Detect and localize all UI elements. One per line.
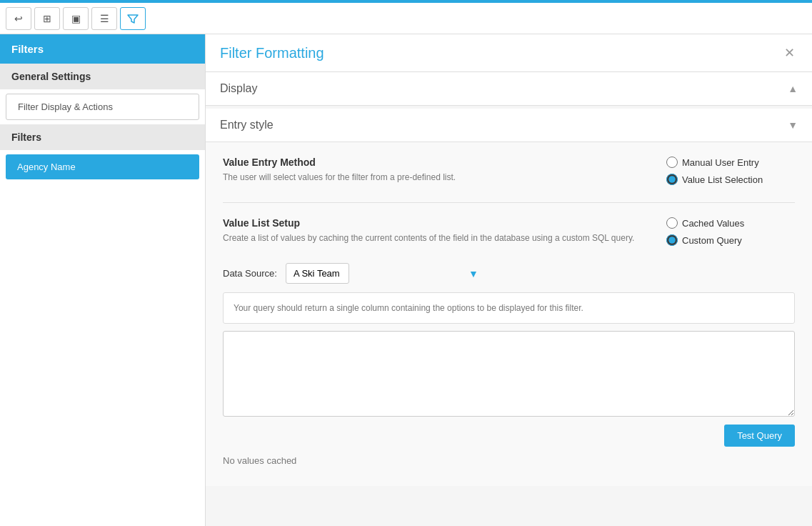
cached-values-option[interactable]: Cached Values (666, 217, 744, 229)
panel-header: Filter Formatting ✕ (206, 34, 812, 72)
sidebar-filters-sub-header: Filters (0, 124, 205, 150)
value-list-setup-options: Cached Values Custom Query (652, 217, 795, 246)
form-divider (223, 202, 795, 203)
value-list-selection-label: Value List Selection (682, 174, 763, 185)
display-section: Display ▲ (206, 72, 812, 106)
display-chevron-icon: ▲ (788, 83, 798, 94)
cached-values-radio[interactable] (666, 217, 678, 229)
sidebar-item-agency-name[interactable]: Agency Name (6, 154, 199, 179)
value-entry-method-options: Manual User Entry Value List Selection (652, 157, 795, 185)
no-values-cached-message: No values cached (223, 455, 795, 472)
sidebar-item-filter-display[interactable]: Filter Display & Actions (6, 94, 199, 120)
filter-button[interactable] (120, 7, 146, 30)
manual-user-entry-option[interactable]: Manual User Entry (666, 157, 759, 168)
sidebar-general-settings-header: General Settings (0, 64, 205, 89)
entry-style-chevron-icon: ▼ (788, 119, 798, 131)
value-list-setup-label: Value List Setup (223, 217, 652, 229)
query-hint: Your query should return a single column… (223, 292, 795, 324)
top-toolbar: ↩ ⊞ ▣ ☰ (0, 3, 812, 34)
display-section-header[interactable]: Display ▲ (206, 72, 812, 106)
datasource-select[interactable]: A Ski Team Database 1 Database 2 (286, 263, 349, 284)
table-button[interactable]: ⊞ (34, 7, 60, 30)
main-layout: Filters General Settings Filter Display … (0, 34, 812, 526)
value-list-selection-radio[interactable] (666, 174, 678, 185)
undo-button[interactable]: ↩ (6, 7, 31, 30)
datasource-wrapper: A Ski Team Database 1 Database 2 (286, 263, 486, 284)
right-panel: Filter Formatting ✕ Display ▲ Entry styl… (206, 34, 812, 526)
value-entry-method-row: Value Entry Method The user will select … (223, 157, 795, 185)
manual-user-entry-radio[interactable] (666, 157, 678, 168)
value-list-setup-row: Value List Setup Create a list of values… (223, 217, 795, 246)
panel-title: Filter Formatting (220, 45, 324, 61)
manual-user-entry-label: Manual User Entry (682, 157, 759, 168)
custom-query-label: Custom Query (682, 235, 742, 246)
entry-style-section-header[interactable]: Entry style ▼ (206, 109, 812, 142)
layout-button[interactable]: ▣ (63, 7, 89, 30)
value-list-setup-desc: Create a list of values by caching the c… (223, 232, 652, 244)
display-section-label: Display (220, 82, 257, 95)
list-button[interactable]: ☰ (91, 7, 117, 30)
value-entry-method-left: Value Entry Method The user will select … (223, 157, 652, 184)
value-entry-method-desc: The user will select values for the filt… (223, 171, 652, 184)
value-entry-method-label: Value Entry Method (223, 157, 652, 168)
panel-content: Display ▲ Entry style ▼ Value Entry Meth… (206, 72, 812, 526)
entry-style-section-label: Entry style (220, 119, 274, 132)
cached-values-label: Cached Values (682, 218, 744, 229)
query-textarea[interactable] (223, 331, 795, 417)
sidebar-filters-header: Filters (0, 34, 205, 64)
form-section: Value Entry Method The user will select … (206, 142, 812, 486)
entry-style-section: Entry style ▼ Value Entry Method The use… (206, 109, 812, 486)
datasource-row: Data Source: A Ski Team Database 1 Datab… (223, 263, 795, 284)
test-query-button[interactable]: Test Query (724, 425, 795, 447)
sidebar: Filters General Settings Filter Display … (0, 34, 206, 526)
value-list-setup-left: Value List Setup Create a list of values… (223, 217, 652, 244)
custom-query-radio[interactable] (666, 234, 678, 246)
custom-query-option[interactable]: Custom Query (666, 234, 742, 246)
close-button[interactable]: ✕ (781, 44, 798, 61)
value-list-selection-option[interactable]: Value List Selection (666, 174, 763, 185)
datasource-label: Data Source: (223, 268, 277, 279)
